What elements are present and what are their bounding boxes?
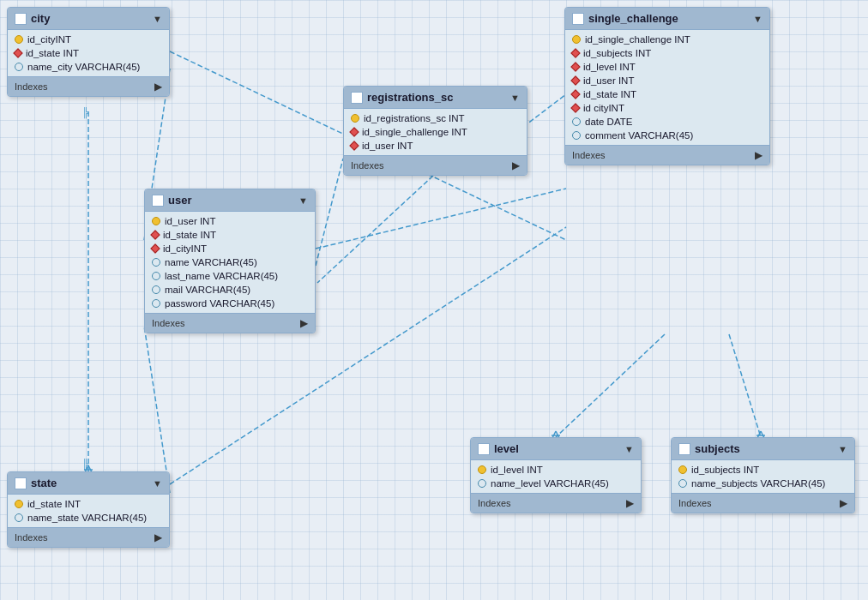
null-icon [15,63,23,71]
field-row: id_single_challenge INT [344,125,527,139]
field-row: id_state INT [8,497,169,511]
field-text: id_level INT [491,465,543,475]
key-icon [678,465,687,474]
field-row: id_user INT [145,214,315,228]
table-city-header[interactable]: city ▼ [8,8,169,30]
field-row: id cityINT [565,101,769,115]
chevron-city-icon: ▼ [153,14,162,24]
table-state-fields: id_state INT name_state VARCHAR(45) [8,495,169,527]
table-state-title: state [31,477,57,489]
table-sc-header[interactable]: single_challenge ▼ [565,8,769,30]
field-text: name_subjects VARCHAR(45) [691,478,825,489]
table-subjects: subjects ▼ id_subjects INT name_subjects… [671,437,855,513]
table-city-title: city [31,12,50,25]
field-text: id_state INT [583,89,636,99]
field-row: id_level INT [565,60,769,74]
field-row: comment VARCHAR(45) [565,129,769,142]
table-subjects-title: subjects [695,442,740,455]
field-text: id_single_challenge INT [362,127,467,137]
table-city-footer[interactable]: Indexes ▶ [8,76,169,96]
table-reg-icon [351,92,363,104]
table-user-title: user [168,194,191,207]
field-row: date DATE [565,115,769,129]
field-text: id_subjects INT [691,465,759,475]
fk-icon [570,75,580,85]
table-sc-fields: id_single_challenge INT id_subjects INT … [565,30,769,145]
field-text: name_state VARCHAR(45) [27,513,147,523]
field-text: id_state INT [27,499,81,509]
field-text: id_cityINT [27,34,71,45]
indexes-label: Indexes [15,81,48,92]
table-level-title: level [494,442,519,455]
table-level-footer[interactable]: Indexes ▶ [471,493,641,513]
table-state-footer[interactable]: Indexes ▶ [8,527,169,547]
table-single-challenge: single_challenge ▼ id_single_challenge I… [564,7,770,165]
field-text: id cityINT [583,103,624,113]
field-text: id_user INT [583,75,634,86]
field-row: id_registrations_sc INT [344,111,527,125]
table-user-header[interactable]: user ▼ [145,189,315,212]
indexes-label: Indexes [572,150,606,160]
table-subjects-header[interactable]: subjects ▼ [672,438,854,460]
field-text: name_city VARCHAR(45) [27,62,140,72]
fk-icon [349,141,359,150]
svg-text:╠: ╠ [82,106,89,119]
field-row: id_state INT [565,87,769,101]
field-text: id_subjects INT [583,48,651,58]
indexes-label: Indexes [351,160,384,171]
footer-arrow-icon: ▶ [755,149,763,161]
table-subjects-footer[interactable]: Indexes ▶ [672,493,854,513]
field-row: id_cityINT [8,33,169,46]
field-text: mail VARCHAR(45) [165,285,250,295]
table-city: city ▼ id_cityINT id_state INT name_city… [7,7,170,97]
table-user-footer[interactable]: Indexes ▶ [145,313,315,333]
field-row: name_state VARCHAR(45) [8,511,169,525]
null-icon [152,272,160,280]
field-row: name_city VARCHAR(45) [8,60,169,74]
null-icon [478,479,486,488]
table-sc-footer[interactable]: Indexes ▶ [565,145,769,165]
key-icon [572,35,581,44]
field-row: name VARCHAR(45) [145,255,315,269]
null-icon [15,513,23,522]
field-text: name VARCHAR(45) [165,257,257,267]
null-icon [152,285,160,294]
field-row: mail VARCHAR(45) [145,283,315,297]
table-level-header[interactable]: level ▼ [471,438,641,460]
field-text: id_registrations_sc INT [364,113,465,123]
field-text: id_cityINT [163,243,207,254]
table-reg-footer[interactable]: Indexes ▶ [344,155,527,175]
fk-icon [570,103,580,112]
table-reg-title: registrations_sc [367,91,453,104]
svg-text:╠: ╠ [82,458,89,471]
chevron-state-icon: ▼ [153,478,162,489]
footer-arrow-icon: ▶ [300,317,308,329]
table-reg-header[interactable]: registrations_sc ▼ [344,87,527,109]
field-text: id_level INT [583,62,636,72]
field-row: id_state INT [145,228,315,242]
field-row: id_cityINT [145,242,315,255]
table-sc-title: single_challenge [588,12,678,25]
chevron-sc-icon: ▼ [753,14,763,24]
chevron-user-icon: ▼ [298,195,308,206]
fk-icon [150,243,160,253]
field-row: id_level INT [471,463,641,477]
field-text: date DATE [585,117,632,127]
fk-icon [349,127,359,136]
field-text: id_state INT [26,48,79,58]
field-row: last_name VARCHAR(45) [145,269,315,283]
field-row: id_state INT [8,46,169,60]
footer-arrow-icon: ▶ [154,81,162,93]
table-registrations-sc: registrations_sc ▼ id_registrations_sc I… [343,86,527,176]
table-reg-fields: id_registrations_sc INT id_single_challe… [344,109,527,155]
key-icon [478,465,486,474]
table-state-header[interactable]: state ▼ [8,472,169,495]
field-text: comment VARCHAR(45) [585,130,693,141]
footer-arrow-icon: ▶ [154,531,162,543]
field-text: name_level VARCHAR(45) [491,478,609,489]
table-subjects-icon [678,443,690,455]
null-icon [572,117,581,126]
table-user-fields: id_user INT id_state INT id_cityINT name… [145,212,315,313]
table-level: level ▼ id_level INT name_level VARCHAR(… [470,437,642,513]
fk-icon [570,89,580,99]
